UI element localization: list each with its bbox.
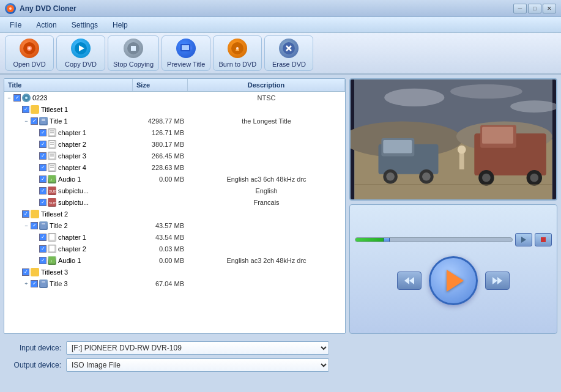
tree-row[interactable]: Titleset 3 <box>4 266 345 278</box>
row-checkbox[interactable] <box>22 106 29 113</box>
menu-settings[interactable]: Settings <box>64 19 105 31</box>
forward-button[interactable] <box>485 272 510 290</box>
subtitle-icon: SUB <box>48 198 56 207</box>
row-size: 67.04 MB <box>134 280 189 287</box>
svg-text:♪: ♪ <box>50 259 53 263</box>
close-button[interactable]: ✕ <box>543 4 556 13</box>
open-dvd-button[interactable]: Open DVD <box>5 35 54 71</box>
copy-dvd-button[interactable]: Copy DVD <box>56 35 105 71</box>
tree-row[interactable]: − 0223 NTSC <box>4 92 345 103</box>
svg-marker-73 <box>492 277 497 284</box>
output-device-label: Output device: <box>6 361 61 369</box>
stop-small-button[interactable] <box>535 233 552 246</box>
subtitle-icon: SUB <box>48 187 56 195</box>
tree-row[interactable]: − Title 1 4298.77 MB the Longest Title <box>4 115 345 127</box>
expand-icon[interactable]: − <box>6 94 13 102</box>
row-checkbox[interactable] <box>39 176 46 183</box>
play-small-button[interactable] <box>515 233 532 246</box>
row-checkbox[interactable] <box>22 268 29 276</box>
tree-row[interactable]: Titleset 1 <box>4 103 345 115</box>
svg-rect-38 <box>40 222 46 229</box>
tree-row[interactable]: ♪ Audio 1 0.00 MB English ac3 6ch 48kHz … <box>4 173 345 185</box>
expand-icon <box>31 199 39 206</box>
svg-rect-57 <box>383 140 412 153</box>
tree-row[interactable]: SUB subpictu... English <box>4 185 345 196</box>
expand-icon[interactable]: − <box>23 222 30 229</box>
progress-track[interactable] <box>355 237 513 242</box>
row-checkbox[interactable] <box>22 210 29 218</box>
row-label: Audio 1 <box>58 257 81 264</box>
row-label: Titleset 3 <box>41 268 68 276</box>
input-device-select[interactable]: [F:] PIONEER DVD-RW DVR-109 <box>66 341 329 355</box>
menu-help[interactable]: Help <box>105 19 135 31</box>
tree-row[interactable]: chapter 2 380.17 MB <box>4 138 345 150</box>
row-checkbox[interactable] <box>39 129 46 136</box>
row-desc: English ac3 6ch 48kHz drc <box>189 176 344 183</box>
row-size: 43.54 MB <box>134 234 189 241</box>
tree-header: Title Size Description <box>4 79 345 92</box>
row-label: chapter 2 <box>58 245 86 253</box>
title-icon <box>39 221 48 230</box>
preview-title-icon <box>176 39 196 58</box>
expand-icon[interactable]: + <box>23 280 30 287</box>
row-checkbox[interactable] <box>39 245 46 253</box>
tree-row[interactable]: chapter 2 0.03 MB <box>4 243 345 254</box>
row-checkbox[interactable] <box>31 222 38 229</box>
expand-icon[interactable]: − <box>23 117 30 125</box>
minimize-button[interactable]: ─ <box>513 4 527 13</box>
preview-panel <box>349 78 557 334</box>
row-checkbox[interactable] <box>39 152 46 160</box>
row-size: 0.03 MB <box>134 245 189 253</box>
row-checkbox[interactable] <box>39 164 46 171</box>
menu-file[interactable]: File <box>2 19 29 31</box>
tree-row[interactable]: chapter 1 43.54 MB <box>4 231 345 243</box>
tree-row[interactable]: Titleset 2 <box>4 208 345 220</box>
svg-point-54 <box>386 172 395 181</box>
progress-thumb[interactable] <box>384 237 390 242</box>
tree-row[interactable]: ♪ Audio 1 0.00 MB English ac3 2ch 48kHz … <box>4 254 345 266</box>
progress-fill <box>355 238 387 242</box>
tree-row[interactable]: + Title 3 67.04 MB <box>4 278 345 289</box>
tree-row[interactable]: SUB subpictu... Francais <box>4 196 345 208</box>
expand-icon[interactable] <box>14 268 21 276</box>
maximize-button[interactable]: □ <box>528 4 541 13</box>
app-title: Any DVD Cloner <box>20 4 513 13</box>
tree-row[interactable]: chapter 3 266.45 MB <box>4 150 345 161</box>
row-checkbox[interactable] <box>39 199 46 206</box>
expand-icon <box>31 152 39 160</box>
svg-marker-72 <box>409 277 414 284</box>
tree-row[interactable]: chapter 1 126.71 MB <box>4 127 345 138</box>
tree-row[interactable]: − Title 2 43.57 MB <box>4 220 345 231</box>
row-checkbox[interactable] <box>39 234 46 241</box>
svg-point-63 <box>530 174 538 182</box>
row-checkbox[interactable] <box>39 187 46 194</box>
rewind-button[interactable] <box>397 272 422 290</box>
row-checkbox[interactable] <box>31 117 38 125</box>
copy-dvd-label: Copy DVD <box>65 61 97 68</box>
tree-body[interactable]: − 0223 NTSC Titleset <box>4 92 345 333</box>
expand-icon <box>31 245 39 253</box>
expand-icon[interactable] <box>14 210 21 218</box>
expand-icon[interactable] <box>14 106 21 113</box>
erase-dvd-button[interactable]: Erase DVD <box>264 35 313 71</box>
row-label: 0223 <box>32 94 47 102</box>
row-label: chapter 1 <box>58 234 86 241</box>
svg-rect-8 <box>131 46 136 51</box>
row-checkbox[interactable] <box>39 257 46 264</box>
big-play-button[interactable] <box>429 256 478 305</box>
tree-row[interactable]: chapter 4 228.63 MB <box>4 161 345 173</box>
preview-title-button[interactable]: Preview Title <box>162 35 210 71</box>
stop-copying-button[interactable]: Stop Copying <box>108 35 159 71</box>
row-checkbox[interactable] <box>13 94 21 102</box>
row-checkbox[interactable] <box>31 280 38 287</box>
row-label: Titleset 1 <box>41 106 68 113</box>
output-device-select[interactable]: ISO Image File <box>66 358 329 372</box>
svg-point-69 <box>450 84 522 99</box>
input-device-row: Input device: [F:] PIONEER DVD-RW DVR-10… <box>6 341 555 355</box>
burn-dvd-button[interactable]: Burn to DVD <box>213 35 262 71</box>
open-dvd-label: Open DVD <box>13 61 45 68</box>
row-checkbox[interactable] <box>39 141 46 148</box>
row-size: 43.57 MB <box>134 222 189 229</box>
col-title-header: Title <box>4 79 133 91</box>
menu-action[interactable]: Action <box>29 19 64 31</box>
